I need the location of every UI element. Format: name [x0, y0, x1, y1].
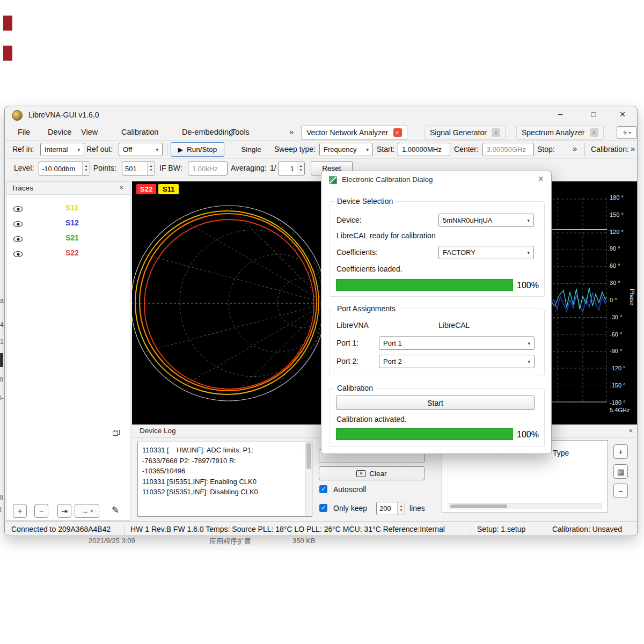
- marker-add-button[interactable]: +: [613, 444, 628, 459]
- trace-edit-button[interactable]: ✎: [112, 504, 119, 516]
- run-stop-button[interactable]: ▶ Run/Stop: [171, 142, 224, 157]
- trace-import-button[interactable]: ⇥: [57, 504, 71, 518]
- traces-dock: Traces × S11 S12 S21 S: [6, 181, 130, 521]
- dock-close-icon[interactable]: ×: [628, 427, 633, 435]
- spinner-arrows-icon[interactable]: ▲▼: [397, 502, 405, 515]
- single-button[interactable]: Single: [229, 142, 274, 157]
- autoscroll-checkbox[interactable]: ✓: [319, 485, 327, 493]
- toolbar-sweep: Ref in: Internal ▾ Ref out: Off ▾ ▶ Run/…: [5, 141, 637, 159]
- spinner-arrows-icon[interactable]: ▲▼: [147, 162, 155, 175]
- averaging-spinbox[interactable]: 1 ▲▼: [278, 162, 305, 175]
- keep-lines-value: 200: [377, 502, 397, 515]
- device-select[interactable]: 5mNkR0uHrjUA ▾: [438, 214, 534, 227]
- spinner-arrows-icon[interactable]: ▲▼: [82, 162, 90, 175]
- trace-row: S21: [6, 230, 130, 245]
- trace-visible-icon[interactable]: [13, 251, 23, 257]
- background-file-date: 2021/9/25 3:09: [89, 537, 135, 545]
- marker-remove-button[interactable]: −: [613, 484, 628, 498]
- only-keep-checkbox[interactable]: ✓: [319, 504, 327, 512]
- log-scrollbar-thumb[interactable]: [306, 443, 311, 469]
- axis-tick: -90 °: [610, 348, 625, 354]
- ref-out-select[interactable]: Off ▾: [119, 143, 163, 156]
- edge-text-fragment: l-: [0, 394, 4, 402]
- dialog-title: Electronic Calibration Dialog: [342, 175, 433, 184]
- spinner-arrows-icon[interactable]: ▲▼: [297, 162, 304, 175]
- tab-signal-generator[interactable]: Signal Generator ×: [425, 126, 506, 140]
- start-field[interactable]: 1.00000MHz: [398, 143, 450, 156]
- only-keep-label: Only keep: [333, 504, 367, 513]
- dock-float-icon[interactable]: [113, 430, 120, 436]
- marker-hscrollbar[interactable]: [449, 503, 602, 509]
- trace-add-button[interactable]: +: [13, 504, 27, 518]
- menu-view[interactable]: View: [81, 128, 98, 136]
- port1-select[interactable]: Port 1 ▾: [379, 336, 535, 350]
- trace-export-button[interactable]: → ▾: [75, 504, 99, 518]
- coefficients-select[interactable]: FACTORY ▾: [438, 246, 534, 259]
- tab-close-icon[interactable]: ×: [492, 128, 500, 137]
- trace-visible-icon[interactable]: [13, 221, 23, 227]
- clear-icon: ✕: [356, 470, 365, 477]
- toolbar-separator: [584, 143, 585, 156]
- points-spinbox[interactable]: 501 ▲▼: [122, 162, 155, 175]
- toolbar-overflow-icon[interactable]: »: [573, 144, 577, 153]
- trace-label[interactable]: S22: [65, 248, 79, 257]
- calibration-overflow-icon[interactable]: »: [631, 144, 635, 153]
- marker-hscrollbar-thumb[interactable]: [450, 504, 507, 508]
- log-scrollbar[interactable]: [305, 442, 312, 516]
- dialog-close-icon[interactable]: ×: [538, 173, 544, 185]
- app-logo: [12, 110, 23, 121]
- log-clear-button[interactable]: ✕ Clear: [319, 466, 425, 480]
- keep-lines-spinbox[interactable]: 200 ▲▼: [376, 502, 405, 515]
- menu-bar: File Device View Calibration De-embeddin…: [5, 125, 637, 141]
- close-button[interactable]: ×: [614, 108, 631, 120]
- menu-tools[interactable]: Tools: [231, 128, 250, 136]
- ifbw-field[interactable]: 1.00kHz: [188, 162, 228, 175]
- status-hw-info: HW 1 Rev.B FW 1.6.0 Temps: Source PLL: 1…: [130, 525, 445, 533]
- sweep-type-value: Frequency: [324, 145, 356, 153]
- ref-in-select[interactable]: Internal ▾: [40, 143, 84, 156]
- tab-close-icon[interactable]: ×: [393, 128, 402, 137]
- marker-type-header: Type: [553, 449, 569, 457]
- tab-spectrum-analyzer[interactable]: Spectrum Analyzer ×: [516, 126, 604, 140]
- trace-label[interactable]: S21: [65, 233, 79, 242]
- menu-deembedding[interactable]: De-embedding: [182, 128, 233, 136]
- plus-icon: +: [18, 507, 22, 515]
- trace-visible-icon[interactable]: [13, 236, 23, 242]
- librecal-column-header: LibreCAL: [438, 321, 470, 330]
- tab-vector-network-analyzer[interactable]: Vector Network Analyzer ×: [301, 126, 407, 140]
- port-assignments-title: Port Assignments: [334, 304, 398, 313]
- menu-calibration[interactable]: Calibration: [121, 128, 158, 136]
- single-label: Single: [241, 145, 261, 153]
- add-tab-button[interactable]: + ▾: [617, 126, 637, 139]
- trace-visible-icon[interactable]: [13, 206, 23, 212]
- dock-close-icon[interactable]: ×: [119, 184, 123, 192]
- trace-row: S11: [6, 200, 130, 215]
- marker-group-button[interactable]: ▦: [613, 464, 628, 479]
- device-log-view[interactable]: 110331 [ HW,INF]: ADC limits: P1: -7633/…: [137, 442, 312, 517]
- menu-file[interactable]: File: [18, 128, 30, 136]
- port2-select[interactable]: Port 2 ▾: [379, 355, 535, 368]
- maximize-button[interactable]: □: [586, 110, 602, 119]
- center-field[interactable]: 3.00050GHz: [482, 143, 534, 156]
- menu-device[interactable]: Device: [48, 128, 71, 136]
- axis-tick: -180 °: [610, 399, 625, 406]
- trace-badge-s11[interactable]: S11: [158, 184, 179, 194]
- trace-label[interactable]: S11: [65, 203, 78, 212]
- sweep-type-select[interactable]: Frequency ▾: [319, 143, 373, 156]
- calibration-start-button[interactable]: Start: [336, 396, 535, 410]
- axis-tick: -30 °: [610, 314, 625, 320]
- level-spinbox[interactable]: -10.00dbm ▲▼: [39, 162, 90, 175]
- trace-badge-s22[interactable]: S22: [136, 184, 156, 194]
- edge-text-fragment: l: [0, 506, 2, 514]
- minimize-button[interactable]: –: [552, 109, 568, 119]
- axis-tick: 180 °: [610, 194, 625, 201]
- averaging-ratio: 1/: [270, 164, 276, 172]
- status-calibration: Calibration: Unsaved: [552, 525, 622, 533]
- phase-axis-title: Phase: [629, 289, 635, 305]
- trace-label[interactable]: S12: [65, 218, 79, 227]
- lines-label: lines: [409, 504, 425, 513]
- tab-close-icon[interactable]: ×: [590, 128, 598, 137]
- center-value: 3.00050GHz: [487, 145, 526, 153]
- menu-overflow-icon[interactable]: »: [289, 127, 294, 136]
- trace-remove-button[interactable]: −: [34, 504, 48, 518]
